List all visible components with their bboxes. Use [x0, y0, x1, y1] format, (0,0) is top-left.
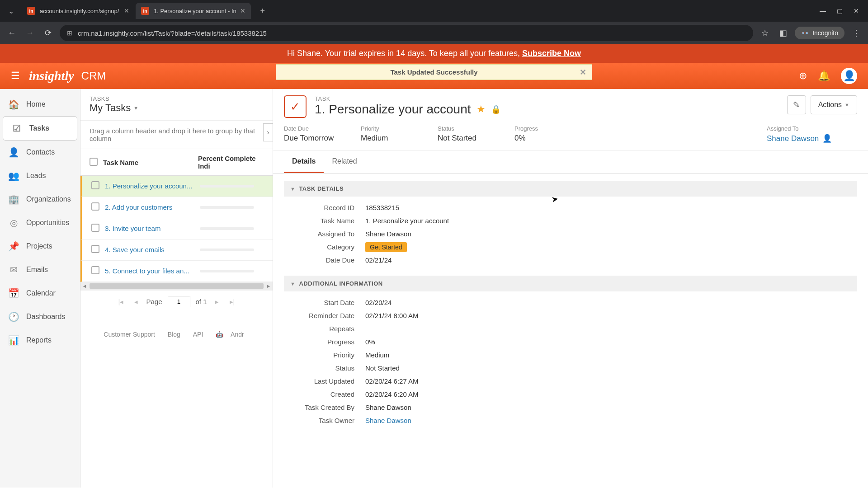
site-settings-icon[interactable]: ⊞ [67, 29, 72, 37]
next-page-button[interactable]: ▸ [212, 298, 222, 306]
panel-collapse-toggle[interactable]: › [263, 123, 273, 141]
incognito-badge[interactable]: 👓 Incognito [795, 27, 844, 39]
chevron-down-icon: ▼ [290, 186, 295, 192]
field-value: 02/20/24 [365, 299, 392, 306]
back-button[interactable]: ← [5, 27, 18, 39]
row-checkbox[interactable] [91, 181, 99, 189]
url-bar[interactable]: ⊞ crm.na1.insightly.com/list/Task/?blade… [60, 25, 753, 41]
field-value: 0% [365, 338, 375, 346]
subscribe-link[interactable]: Subscribe Now [522, 49, 581, 58]
section-header-task-details[interactable]: ▼TASK DETAILS [284, 181, 857, 197]
sidebar-item-tasks[interactable]: ☑Tasks [3, 116, 77, 141]
forward-button[interactable]: → [24, 27, 36, 39]
lock-icon[interactable]: 🔒 [491, 104, 501, 114]
list-title-dropdown[interactable]: My Tasks▼ [90, 102, 264, 114]
summary-value-status: Not Started [438, 134, 496, 143]
field-row: Record ID185338215 [284, 201, 857, 214]
field-label: Assigned To [284, 230, 365, 238]
last-page-button[interactable]: ▸| [227, 298, 238, 306]
sidebar-item-reports[interactable]: 📊Reports [0, 328, 80, 352]
sidebar-item-home[interactable]: 🏠Home [0, 93, 80, 116]
building-icon: 🏢 [8, 194, 19, 205]
close-window-icon[interactable]: ✕ [854, 7, 859, 14]
page-input[interactable] [168, 296, 190, 307]
summary-value-priority: Medium [361, 134, 420, 143]
app-wrapper: Hi Shane. Your trial expires in 14 days.… [0, 44, 868, 488]
table-row[interactable]: 2. Add your customers [80, 197, 273, 218]
scroll-right-icon[interactable]: ► [264, 283, 273, 289]
field-label: Reminder Date [284, 312, 365, 319]
close-icon[interactable]: ✕ [240, 7, 245, 14]
task-link[interactable]: 1. Personalize your accoun... [105, 182, 192, 190]
close-icon[interactable]: ✕ [580, 67, 586, 77]
hamburger-icon[interactable]: ☰ [11, 70, 20, 82]
section-header-additional[interactable]: ▼ADDITIONAL INFORMATION [284, 276, 857, 291]
field-value-link[interactable]: Shane Dawson [365, 417, 411, 424]
blog-link[interactable]: Blog [168, 331, 180, 338]
android-link[interactable]: 🤖 Andr [216, 331, 249, 338]
edit-button[interactable]: ✎ [787, 95, 806, 114]
scroll-thumb[interactable] [90, 283, 264, 289]
row-checkbox[interactable] [91, 245, 99, 253]
scroll-left-icon[interactable]: ◄ [80, 283, 89, 289]
task-link[interactable]: 4. Save your emails [105, 246, 165, 253]
table-row[interactable]: 3. Invite your team [80, 218, 273, 239]
pin-icon: 📌 [8, 241, 19, 252]
detail-tabs: Details Related [273, 151, 868, 174]
task-link[interactable]: 5. Connect to your files an... [105, 267, 189, 275]
tab-search-dropdown[interactable]: ⌄ [4, 4, 18, 18]
sidebar-item-organizations[interactable]: 🏢Organizations [0, 188, 80, 211]
tab-related[interactable]: Related [324, 151, 365, 173]
field-value: 02/21/24 [365, 256, 392, 264]
prev-page-button[interactable]: ◂ [132, 298, 141, 306]
first-page-button[interactable]: |◂ [116, 298, 127, 306]
sidebar-item-label: Home [26, 100, 46, 108]
app-name: CRM [81, 70, 106, 82]
task-link[interactable]: 2. Add your customers [105, 203, 172, 211]
add-button[interactable]: ⊕ [799, 70, 807, 82]
favicon-icon: in [27, 7, 35, 15]
tab-details[interactable]: Details [284, 151, 324, 173]
field-row: Repeats [284, 322, 857, 335]
avatar[interactable]: 👤 [841, 68, 857, 84]
reload-button[interactable]: ⟳ [42, 27, 54, 39]
menu-icon[interactable]: ⋮ [850, 28, 863, 38]
bookmark-star-icon[interactable]: ☆ [759, 28, 771, 38]
bell-icon[interactable]: 🔔 [818, 70, 830, 82]
panel-icon[interactable]: ◧ [777, 28, 789, 38]
minimize-icon[interactable]: — [820, 7, 826, 14]
star-icon[interactable]: ★ [476, 103, 486, 115]
close-icon[interactable]: ✕ [124, 7, 129, 14]
column-task-name[interactable]: Task Name [103, 159, 198, 166]
summary-value-assigned-to[interactable]: Shane Dawson 👤 [767, 134, 857, 143]
table-row[interactable]: 4. Save your emails [80, 239, 273, 261]
row-checkbox[interactable] [91, 224, 99, 232]
group-drop-hint[interactable]: Drag a column header and drop it here to… [80, 120, 273, 149]
table-row[interactable]: 5. Connect to your files an... [80, 261, 273, 282]
sidebar-item-opportunities[interactable]: ◎Opportunities [0, 211, 80, 235]
actions-dropdown[interactable]: Actions ▼ [811, 95, 857, 114]
row-checkbox[interactable] [91, 266, 99, 274]
table-row[interactable]: 1. Personalize your accoun... [80, 176, 273, 197]
sidebar-item-calendar[interactable]: 📅Calendar [0, 282, 80, 305]
summary-label: Assigned To [767, 125, 857, 132]
api-link[interactable]: API [193, 331, 203, 338]
sidebar-item-projects[interactable]: 📌Projects [0, 235, 80, 258]
chevron-down-icon: ▼ [290, 281, 295, 286]
page-label: Page [146, 298, 162, 305]
task-link[interactable]: 3. Invite your team [105, 225, 160, 232]
sidebar-item-leads[interactable]: 👥Leads [0, 164, 80, 188]
logo[interactable]: insightly [29, 69, 74, 83]
sidebar-item-emails[interactable]: ✉Emails [0, 258, 80, 282]
browser-tab-2[interactable]: in 1. Personalize your account - In ✕ [136, 3, 251, 19]
browser-tab-1[interactable]: in accounts.insightly.com/signup/ ✕ [22, 3, 135, 19]
sidebar-item-contacts[interactable]: 👤Contacts [0, 141, 80, 164]
horizontal-scrollbar[interactable]: ◄ ► [80, 282, 273, 290]
select-all-checkbox[interactable] [90, 158, 98, 166]
row-checkbox[interactable] [91, 202, 99, 211]
maximize-icon[interactable]: ▢ [837, 7, 843, 14]
support-link[interactable]: Customer Support [104, 331, 155, 338]
column-percent-complete[interactable]: Percent Complete Indi [198, 155, 264, 170]
sidebar-item-dashboards[interactable]: 🕐Dashboards [0, 305, 80, 328]
new-tab-button[interactable]: + [255, 4, 270, 18]
